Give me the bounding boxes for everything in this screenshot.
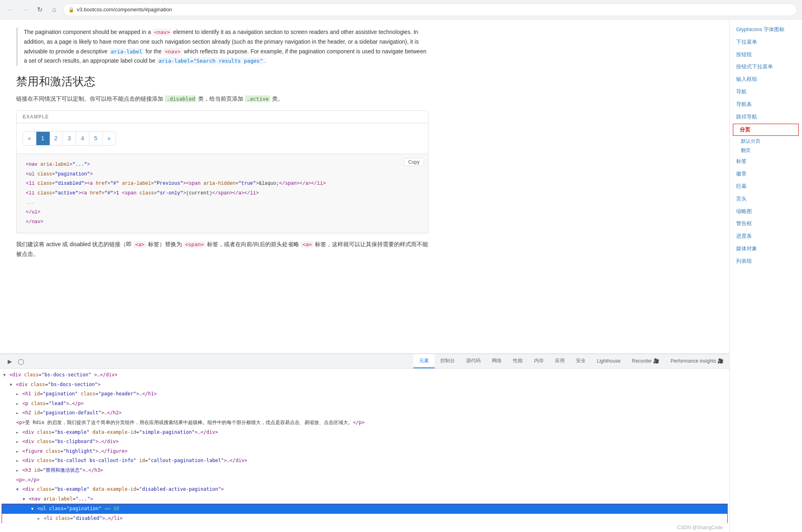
code-line-7: </nav>	[23, 217, 422, 227]
sidebar-item-list-group[interactable]: 列表组	[730, 255, 802, 268]
dom-highlight-box: ▼ <ul class="pagination" == $0 ► <li cla…	[2, 504, 728, 523]
address-bar[interactable]: 🔒 v3.bootcss.com/components/#pagination	[63, 3, 797, 16]
dom-line[interactable]: ► <figure class="highlight">…</figure>	[0, 447, 729, 456]
page-4-link[interactable]: 4	[76, 132, 89, 145]
tab-network[interactable]: 网络	[486, 354, 507, 368]
sidebar-item-pagination[interactable]: 分页	[733, 124, 799, 136]
dom-line[interactable]: ► <h3 id="禁用和激活状态">…</h3>	[0, 466, 729, 475]
devtools-panel: ▶ ◯ 元素 控制台 源代码 网络 性能 内存 应用 安全 Lighthouse…	[0, 353, 729, 523]
tab-sources[interactable]: 源代码	[460, 354, 486, 368]
sidebar-item-breadcrumb[interactable]: 路径导航	[730, 111, 802, 123]
dom-line-selected[interactable]: ▼ <ul class="pagination" == $0	[2, 504, 727, 514]
back-button[interactable]: ←	[5, 4, 16, 15]
page-3-link[interactable]: 3	[63, 132, 76, 145]
section-desc: 链接在不同情况下可以定制。你可以给不能点击的链接添加 .disabled 类，给…	[16, 94, 428, 104]
pagination-prev[interactable]: «	[23, 132, 36, 145]
code-block-wrapper: Copy <nav aria-label="..."> <ul class="p…	[16, 154, 428, 233]
dom-line[interactable]: <p>…</p>	[0, 475, 729, 485]
copy-button[interactable]: Copy	[404, 158, 424, 166]
tab-lighthouse[interactable]: Lighthouse	[591, 354, 627, 368]
tab-performance[interactable]: 性能	[507, 354, 528, 368]
url-text: v3.bootcss.com/components/#pagination	[77, 6, 172, 13]
pagination-page-3[interactable]: 3	[63, 132, 76, 145]
sidebar-sub-default-pagination[interactable]: 默认分页	[730, 137, 802, 146]
sidebar-item-alerts[interactable]: 警告框	[730, 217, 802, 230]
dom-line[interactable]: ▼ <div class="bs-example" data-example-i…	[0, 485, 729, 494]
dom-line[interactable]: ▼ <div class="bs-docs-section" >…</div>	[0, 370, 729, 380]
code-block: <nav aria-label="..."> <ul class="pagina…	[23, 160, 422, 227]
dom-line[interactable]: ► <li class="disabled">…</li>	[2, 514, 727, 523]
example-box: EXAMPLE « 1 2	[16, 110, 428, 154]
dom-line[interactable]: ► <div class="bs-clipboard">…</div>	[0, 437, 729, 447]
tab-memory[interactable]: 内存	[528, 354, 549, 368]
inspect-icon[interactable]: ▶	[4, 356, 15, 367]
code-line-2: <ul class="pagination">	[23, 170, 422, 179]
forward-button[interactable]: →	[19, 4, 31, 15]
tab-security[interactable]: 安全	[570, 354, 591, 368]
sidebar-item-badges[interactable]: 徽章	[730, 168, 802, 180]
code-line-5: ...	[23, 198, 422, 208]
example-label: EXAMPLE	[17, 111, 428, 123]
watermark-text: CSDN @ShangCode	[677, 525, 723, 530]
triangle-icon: ▼	[16, 487, 19, 492]
pagination-demo: « 1 2 3 4	[23, 131, 116, 146]
page-5-link[interactable]: 5	[89, 132, 103, 145]
sidebar-item-page-header[interactable]: 页头	[730, 193, 802, 205]
sidebar-item-nav[interactable]: 导航	[730, 86, 802, 98]
pagination-page-4[interactable]: 4	[76, 132, 89, 145]
triangle-icon: ▼	[31, 507, 34, 511]
devtools-content[interactable]: ▼ <div class="bs-docs-section" >…</div> …	[0, 369, 729, 523]
prev-link[interactable]: «	[23, 132, 36, 145]
sidebar-item-media[interactable]: 媒体对象	[730, 243, 802, 255]
triangle-icon: ►	[16, 449, 19, 454]
sidebar-item-btn-dropdown[interactable]: 按钮式下拉菜单	[730, 61, 802, 73]
device-icon[interactable]: ◯	[15, 356, 27, 367]
triangle-icon: ▼	[23, 497, 25, 501]
sidebar-item-dropdown[interactable]: 下拉菜单	[730, 36, 802, 49]
example-content: « 1 2 3 4	[17, 123, 428, 154]
bottom-note: 我们建议将 active 或 disabled 状态的链接（即 <a> 标签）替…	[16, 240, 428, 259]
dom-line[interactable]: <p>受 Rdio 的启发，我们提供了这个简单的分页组件，用在应用或搜索结果中超…	[0, 418, 729, 428]
page-2-link[interactable]: 2	[50, 132, 63, 145]
lock-icon: 🔒	[68, 7, 74, 13]
main-layout: The pagination component should be wrapp…	[0, 19, 802, 532]
code-line-4: <li class="active"><a href="#">1 <span c…	[23, 189, 422, 198]
tab-console[interactable]: 控制台	[435, 354, 460, 368]
tab-application[interactable]: 应用	[549, 354, 570, 368]
sidebar-item-labels[interactable]: 标签	[730, 155, 802, 168]
page-1-link[interactable]: 1	[36, 132, 50, 145]
sidebar-item-progress[interactable]: 进度条	[730, 230, 802, 243]
tab-recorder[interactable]: Recorder 🎥	[626, 354, 665, 368]
dom-line[interactable]: ► <div class="bs-example" data-example-i…	[0, 428, 729, 437]
sidebar-item-buttons[interactable]: 按钮组	[730, 49, 802, 61]
pagination-page-1[interactable]: 1	[36, 132, 50, 145]
triangle-icon: ►	[16, 401, 19, 406]
devtools-icons: ▶ ◯	[2, 354, 27, 368]
sidebar-sub-pager[interactable]: 翻页	[730, 146, 802, 155]
home-button[interactable]: ⌂	[49, 4, 60, 15]
reload-button[interactable]: ↻	[34, 4, 45, 15]
pagination-page-5[interactable]: 5	[89, 132, 103, 145]
tab-performance-insights[interactable]: Performance insights 🎥	[665, 354, 729, 368]
dom-line[interactable]: ► <div class="bs-callout bs-callout-info…	[0, 456, 729, 466]
dom-line[interactable]: ► <h2 id="pagination-default">…</h2>	[0, 408, 729, 418]
dom-line[interactable]: ► <h1 id="pagination" class="page-header…	[0, 389, 729, 399]
triangle-icon: ►	[16, 468, 19, 473]
intro-paragraph: The pagination component should be wrapp…	[16, 27, 428, 66]
next-link[interactable]: »	[103, 132, 116, 145]
sidebar-item-jumbotron[interactable]: 巨幕	[730, 180, 802, 193]
right-sidebar: Glyphicons 字体图标 下拉菜单 按钮组 按钮式下拉菜单 输入框组 导航…	[729, 19, 802, 532]
triangle-icon: ►	[16, 458, 19, 463]
dom-line[interactable]: ▼ <nav aria-label="...">	[0, 494, 729, 504]
sidebar-item-input-group[interactable]: 输入框组	[730, 73, 802, 86]
sidebar-item-glyphicons[interactable]: Glyphicons 字体图标	[730, 23, 802, 36]
tab-elements[interactable]: 元素	[414, 354, 435, 368]
sidebar-item-thumbnails[interactable]: 缩略图	[730, 205, 802, 218]
pagination-page-2[interactable]: 2	[50, 132, 63, 145]
triangle-icon: ▼	[3, 373, 6, 377]
dom-line[interactable]: ▼ <div class="bs-docs-section">	[0, 380, 729, 390]
devtools-tabs: ▶ ◯ 元素 控制台 源代码 网络 性能 内存 应用 安全 Lighthouse…	[0, 354, 729, 369]
dom-line[interactable]: ► <p class="lead">…</p>	[0, 399, 729, 409]
pagination-next[interactable]: »	[103, 132, 116, 145]
sidebar-item-navbar[interactable]: 导航条	[730, 98, 802, 111]
